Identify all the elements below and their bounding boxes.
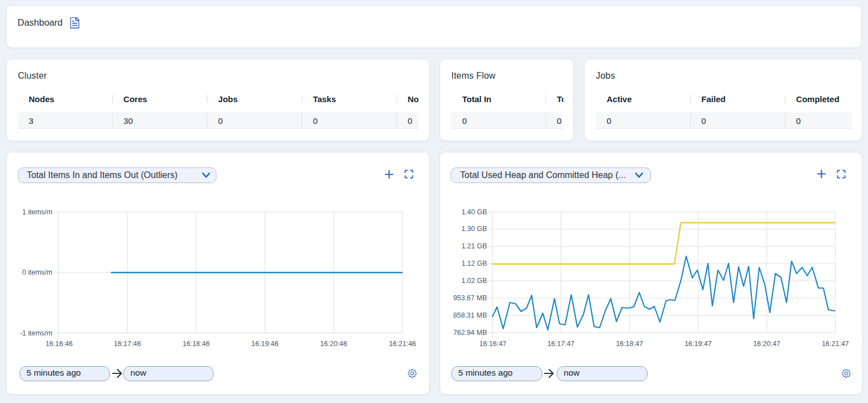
svg-text:16:19:46: 16:19:46 bbox=[252, 340, 279, 348]
svg-text:16:16:47: 16:16:47 bbox=[479, 340, 507, 348]
svg-text:0 items/m: 0 items/m bbox=[22, 268, 52, 276]
svg-text:16:17:47: 16:17:47 bbox=[547, 340, 575, 348]
svg-text:16:20:46: 16:20:46 bbox=[320, 340, 348, 348]
svg-text:1 items/m: 1 items/m bbox=[22, 208, 52, 216]
svg-text:1.21 GB: 1.21 GB bbox=[461, 242, 487, 250]
svg-text:762.94 MB: 762.94 MB bbox=[454, 329, 487, 337]
svg-text:16:21:47: 16:21:47 bbox=[822, 340, 849, 348]
svg-text:16:19:47: 16:19:47 bbox=[684, 340, 712, 348]
svg-text:16:18:46: 16:18:46 bbox=[182, 340, 210, 348]
svg-text:858.31 MB: 858.31 MB bbox=[454, 311, 487, 319]
svg-text:16:21:46: 16:21:46 bbox=[389, 340, 416, 348]
svg-text:-1 items/m: -1 items/m bbox=[20, 329, 52, 337]
svg-text:953.67 MB: 953.67 MB bbox=[454, 294, 487, 302]
svg-text:1.30 GB: 1.30 GB bbox=[461, 225, 487, 233]
svg-text:1.40 GB: 1.40 GB bbox=[461, 208, 487, 216]
svg-text:1.12 GB: 1.12 GB bbox=[461, 260, 487, 267]
svg-text:1.02 GB: 1.02 GB bbox=[461, 277, 487, 285]
svg-text:16:16:46: 16:16:46 bbox=[46, 340, 73, 348]
svg-text:16:18:47: 16:18:47 bbox=[616, 340, 643, 348]
svg-text:16:20:47: 16:20:47 bbox=[753, 340, 780, 348]
svg-text:16:17:46: 16:17:46 bbox=[114, 340, 141, 348]
